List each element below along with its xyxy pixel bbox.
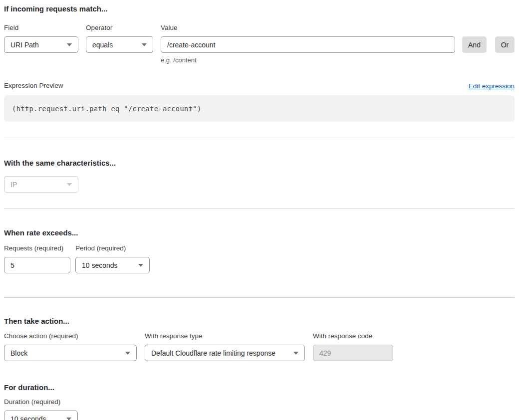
field-select-value: URI Path [10, 41, 39, 49]
field-label: Field [4, 24, 78, 32]
rate-limiting-rule-form: If incoming requests match... Field URI … [0, 0, 523, 420]
operator-select[interactable]: equals [86, 36, 153, 53]
requests-input[interactable] [4, 257, 70, 273]
value-label: Value [161, 24, 455, 32]
edit-expression-link[interactable]: Edit expression [469, 82, 515, 90]
characteristic-select[interactable]: IP [4, 176, 78, 193]
or-button[interactable]: Or [495, 36, 515, 53]
expression-preview-box: (http.request.uri.path eq "/create-accou… [4, 95, 515, 122]
rate-controls-row: Requests (required) Period (required) 10… [4, 244, 515, 273]
rate-section-heading: When rate exceeds... [4, 228, 515, 238]
period-select-value: 10 seconds [82, 261, 118, 269]
operator-group: Operator equals [86, 24, 153, 53]
value-group: Value [161, 24, 455, 53]
action-section-heading: Then take action... [4, 316, 515, 326]
chevron-down-icon [142, 43, 147, 46]
requests-group: Requests (required) [4, 244, 70, 273]
chevron-down-icon [66, 418, 71, 420]
characteristic-select-value: IP [10, 181, 17, 189]
chevron-down-icon [67, 43, 72, 46]
section-divider [4, 208, 515, 209]
field-group: Field URI Path [4, 24, 78, 53]
period-group: Period (required) 10 seconds [75, 244, 150, 273]
match-controls-row: Field URI Path Operator equals Value And… [4, 24, 515, 53]
section-divider [4, 138, 515, 138]
response-type-select-value: Default Cloudflare rate limiting respons… [151, 349, 275, 357]
period-label: Period (required) [75, 244, 150, 252]
chevron-down-icon [138, 264, 143, 267]
match-section-heading: If incoming requests match... [4, 4, 515, 14]
response-type-select[interactable]: Default Cloudflare rate limiting respons… [145, 345, 305, 361]
section-divider [4, 297, 515, 298]
operator-label: Operator [86, 24, 153, 32]
characteristics-section-heading: With the same characteristics... [4, 158, 515, 168]
chevron-down-icon [293, 352, 298, 355]
duration-section-heading: For duration... [4, 383, 515, 393]
response-type-label: With response type [145, 332, 305, 340]
duration-select[interactable]: 10 seconds [4, 411, 78, 420]
field-select[interactable]: URI Path [4, 36, 78, 53]
choose-action-label: Choose action (required) [4, 332, 137, 340]
duration-group: Duration (required) 10 seconds [4, 398, 78, 420]
response-type-group: With response type Default Cloudflare ra… [145, 332, 305, 361]
action-controls-row: Choose action (required) Block With resp… [4, 332, 515, 361]
response-code-input [313, 345, 393, 361]
expression-preview-header: Expression Preview Edit expression [4, 82, 515, 90]
choose-action-select-value: Block [10, 349, 27, 357]
expression-preview-label: Expression Preview [4, 82, 63, 90]
duration-label: Duration (required) [4, 398, 78, 406]
response-code-group: With response code [313, 332, 393, 361]
expression-preview-text: (http.request.uri.path eq "/create-accou… [12, 105, 202, 113]
chevron-down-icon [67, 183, 72, 186]
value-input[interactable] [161, 36, 455, 53]
operator-select-value: equals [92, 41, 113, 49]
period-select[interactable]: 10 seconds [75, 257, 150, 273]
chevron-down-icon [125, 352, 130, 355]
choose-action-select[interactable]: Block [4, 345, 137, 361]
and-button[interactable]: And [462, 36, 487, 53]
value-helper-text: e.g. /content [161, 56, 515, 64]
requests-label: Requests (required) [4, 244, 70, 252]
response-code-label: With response code [313, 332, 393, 340]
duration-select-value: 10 seconds [10, 415, 46, 420]
choose-action-group: Choose action (required) Block [4, 332, 137, 361]
